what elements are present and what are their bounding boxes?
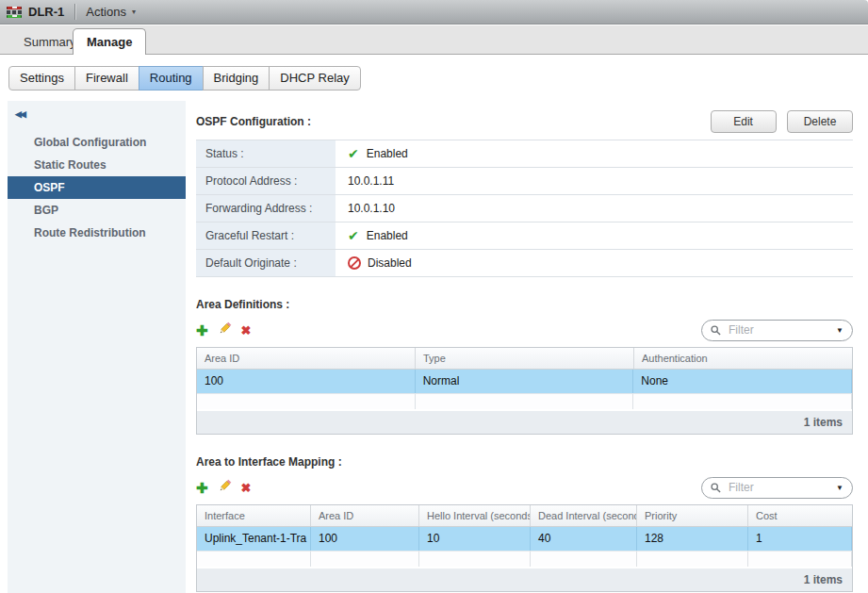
graceful-restart-value: Enabled (367, 229, 408, 242)
edit-button[interactable]: Edit (711, 110, 777, 133)
search-icon (711, 325, 721, 336)
area-definitions-table: Area ID Type Authentication 100 Normal N… (196, 347, 853, 435)
filter-dropdown-caret-icon[interactable]: ▼ (836, 484, 843, 492)
column-header-type[interactable]: Type (416, 348, 634, 369)
subtab-bridging[interactable]: Bridging (203, 66, 270, 91)
chevron-down-icon: ▾ (132, 8, 136, 16)
table-header-row: Interface Area ID Hello Interval (second… (197, 505, 852, 527)
add-icon[interactable]: ✚ (196, 481, 208, 495)
column-header-priority[interactable]: Priority (637, 505, 748, 526)
edit-pencil-icon[interactable] (218, 321, 232, 338)
delete-button[interactable]: Delete (787, 110, 853, 133)
area-interface-mapping-table: Interface Area ID Hello Interval (second… (196, 504, 853, 592)
add-icon[interactable]: ✚ (196, 323, 208, 338)
sidebar-items: Global Configuration Static Routes OSPF … (8, 131, 186, 244)
collapse-sidebar-icon[interactable]: ◀◀ (8, 101, 36, 119)
config-label: Status : (196, 140, 336, 167)
table-empty-row (197, 551, 852, 567)
sidebar-item-global-configuration[interactable]: Global Configuration (8, 131, 186, 154)
config-row-graceful-restart: Graceful Restart : ✔ Enabled (196, 222, 853, 250)
column-header-cost[interactable]: Cost (748, 505, 852, 526)
config-row-default-originate: Default Originate : Disabled (196, 250, 853, 277)
ospf-config-buttons: Edit Delete (704, 110, 853, 133)
cost-cell: 1 (748, 527, 852, 551)
config-row-protocol-address: Protocol Address : 10.0.1.11 (196, 168, 853, 195)
tab-manage[interactable]: Manage (73, 28, 146, 55)
logical-router-icon (7, 7, 22, 18)
area-definitions-toolbar: ✚ ✖ ▼ (196, 319, 853, 341)
subtab-firewall[interactable]: Firewall (74, 66, 139, 91)
type-cell: Normal (416, 370, 634, 393)
area-id-cell: 100 (197, 370, 416, 393)
config-value: ✔ Enabled (336, 222, 408, 249)
subtab-bar: Settings Firewall Routing Bridging DHCP … (8, 66, 361, 91)
area-interface-mapping-toolbar: ✚ ✖ ▼ (196, 476, 853, 499)
delete-x-icon[interactable]: ✖ (241, 482, 252, 494)
divider (74, 4, 75, 20)
filter-dropdown-caret-icon[interactable]: ▼ (836, 326, 843, 335)
sidebar-item-ospf[interactable]: OSPF (8, 176, 186, 199)
sidebar-item-route-redistribution[interactable]: Route Redistribution (8, 222, 186, 244)
filter-input[interactable] (727, 322, 836, 338)
subtab-dhcp-relay[interactable]: DHCP Relay (269, 66, 360, 91)
ospf-config-header: OSPF Configuration : Edit Delete (196, 109, 853, 134)
priority-cell: 128 (637, 527, 748, 551)
sidebar: ◀◀ Global Configuration Static Routes OS… (8, 101, 186, 593)
config-row-forwarding-address: Forwarding Address : 10.0.1.10 (196, 195, 853, 222)
config-label: Default Originate : (196, 250, 336, 276)
table-footer-count: 1 items (197, 409, 852, 434)
protocol-address-value: 10.0.1.11 (348, 174, 394, 188)
object-header-bar: DLR-1 Actions ▾ (0, 0, 868, 25)
column-header-area-id[interactable]: Area ID (311, 505, 419, 526)
column-header-hello-interval[interactable]: Hello Interval (seconds) (419, 505, 531, 526)
search-icon (711, 483, 721, 493)
ospf-config-table: Status : ✔ Enabled Protocol Address : 10… (196, 140, 853, 277)
area-id-cell: 100 (311, 527, 419, 551)
table-row-selected[interactable]: Uplink_Tenant-1-Tra 100 10 40 128 1 (197, 527, 852, 551)
table-header-row: Area ID Type Authentication (197, 348, 852, 370)
default-originate-value: Disabled (368, 256, 412, 270)
hello-interval-cell: 10 (419, 527, 531, 551)
forwarding-address-value: 10.0.1.10 (348, 202, 395, 215)
table-empty-row (197, 393, 852, 409)
disabled-prohibited-icon (348, 256, 361, 270)
config-label: Protocol Address : (196, 168, 336, 194)
interface-cell: Uplink_Tenant-1-Tra (197, 527, 311, 551)
config-value: ✔ Enabled (336, 140, 408, 167)
ospf-config-title: OSPF Configuration : (196, 115, 311, 128)
column-header-authentication[interactable]: Authentication (634, 348, 852, 369)
area-interface-mapping-title: Area to Interface Mapping : (196, 455, 853, 469)
sidebar-item-static-routes[interactable]: Static Routes (8, 154, 186, 176)
area-definitions-filter: ▼ (701, 320, 853, 341)
config-label: Forwarding Address : (196, 195, 336, 222)
config-value: Disabled (336, 250, 412, 276)
vsphere-window: DLR-1 Actions ▾ Summary Manage Settings … (0, 0, 868, 593)
area-definitions-title: Area Definitions : (196, 298, 853, 311)
edit-pencil-icon[interactable] (218, 479, 232, 496)
main-panel: OSPF Configuration : Edit Delete Status … (196, 101, 853, 592)
status-value: Enabled (367, 147, 408, 160)
authentication-cell: None (633, 370, 852, 393)
column-header-interface[interactable]: Interface (197, 505, 311, 526)
subtab-routing[interactable]: Routing (139, 66, 204, 91)
actions-label: Actions (86, 5, 126, 19)
config-label: Graceful Restart : (196, 222, 336, 249)
enabled-check-icon: ✔ (348, 229, 359, 242)
table-footer-count: 1 items (197, 567, 852, 591)
config-row-status: Status : ✔ Enabled (196, 140, 853, 168)
column-header-area-id[interactable]: Area ID (197, 348, 416, 369)
tab-bar: Summary Manage (0, 25, 868, 55)
column-header-dead-interval[interactable]: Dead Interval (seconds) (531, 505, 637, 526)
actions-menu-button[interactable]: Actions ▾ (86, 5, 136, 19)
object-title: DLR-1 (28, 5, 64, 19)
config-value: 10.0.1.10 (336, 195, 395, 222)
table-row-selected[interactable]: 100 Normal None (197, 370, 852, 393)
filter-input[interactable] (727, 480, 836, 495)
sidebar-item-bgp[interactable]: BGP (8, 199, 186, 222)
area-interface-mapping-filter: ▼ (701, 477, 853, 499)
enabled-check-icon: ✔ (348, 147, 359, 160)
dead-interval-cell: 40 (531, 527, 637, 551)
subtab-settings[interactable]: Settings (8, 66, 75, 91)
delete-x-icon[interactable]: ✖ (241, 324, 252, 337)
config-value: 10.0.1.11 (336, 168, 394, 194)
